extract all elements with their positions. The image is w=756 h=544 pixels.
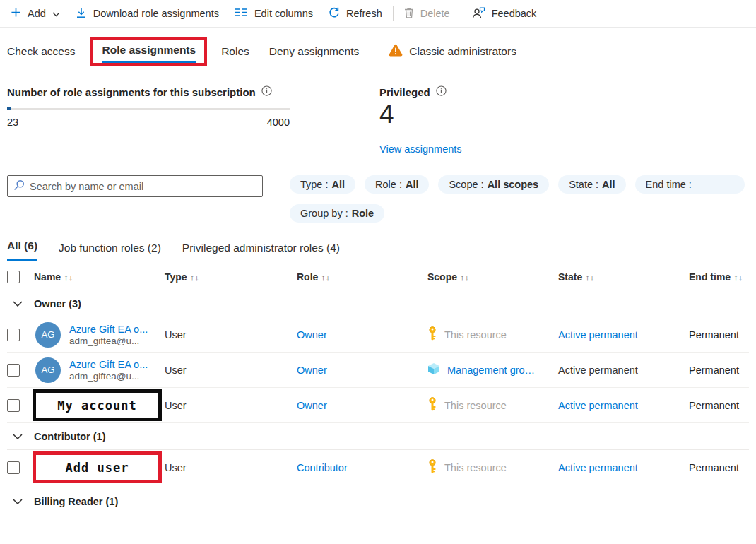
tab-deny-assignments[interactable]: Deny assignments <box>269 38 360 65</box>
feedback-button[interactable]: Feedback <box>464 0 545 27</box>
delete-button[interactable]: Delete <box>396 0 458 27</box>
filter-pill-end-time[interactable]: End time : <box>635 175 745 194</box>
assignments-progress-bar <box>7 107 290 110</box>
column-header-name[interactable]: Name↑↓ <box>34 271 165 283</box>
state-text: Active permanent <box>558 365 689 376</box>
collapse-chevron-icon[interactable] <box>7 434 34 439</box>
toolbar-divider <box>393 6 394 21</box>
group-label: Contributor (1) <box>34 431 105 442</box>
add-button[interactable]: Add <box>3 0 68 27</box>
search-box[interactable] <box>7 175 263 197</box>
progress-track <box>7 108 290 110</box>
pill-label: State : <box>569 179 598 190</box>
role-link[interactable]: Owner <box>297 400 427 411</box>
type-cell: User <box>165 365 297 376</box>
pill-value: Role <box>352 208 374 219</box>
scope-text: This resource <box>444 462 507 473</box>
column-header-state[interactable]: State↑↓ <box>558 271 689 283</box>
scope-link[interactable]: Management gro… <box>447 365 535 376</box>
tab-check-access[interactable]: Check access <box>7 38 75 65</box>
column-header-type[interactable]: Type↑↓ <box>165 271 297 283</box>
pill-value: All <box>602 179 615 190</box>
filter-pill-type[interactable]: Type :All <box>290 175 355 194</box>
assignments-current-value: 23 <box>7 117 18 128</box>
end-time-cell: Permanent <box>689 365 749 376</box>
edit-columns-label: Edit columns <box>254 8 313 19</box>
refresh-icon <box>329 7 340 20</box>
pill-label: Scope : <box>449 179 483 190</box>
principal-name-link[interactable]: Azure Gift EA o... <box>69 324 148 335</box>
classic-administrators-label: Classic administrators <box>409 45 516 58</box>
tab-roles[interactable]: Roles <box>221 38 249 65</box>
feedback-label: Feedback <box>492 8 537 19</box>
sort-icon: ↑↓ <box>321 272 330 283</box>
view-assignments-link[interactable]: View assignments <box>379 143 462 155</box>
delete-label: Delete <box>420 8 450 19</box>
group-label: Owner (3) <box>34 298 81 309</box>
pivot-all[interactable]: All (6) <box>7 240 37 261</box>
filter-pill-state[interactable]: State :All <box>558 175 625 194</box>
filter-section: Type :All Role :All Scope :All scopes St… <box>0 175 756 223</box>
collapse-chevron-icon[interactable] <box>7 301 34 307</box>
pivot-privileged-admin-roles[interactable]: Privileged administrator roles (4) <box>182 242 340 261</box>
state-link[interactable]: Active permanent <box>558 462 689 473</box>
key-icon <box>427 397 437 413</box>
redacted-name-box-my-account[interactable]: My account <box>33 389 162 421</box>
info-icon[interactable] <box>436 85 447 98</box>
role-link[interactable]: Owner <box>297 329 427 341</box>
refresh-label: Refresh <box>346 8 382 19</box>
toolbar-divider <box>461 6 461 21</box>
pill-label: Type : <box>300 179 329 190</box>
table-row: My account User Owner This resource Acti… <box>7 388 749 423</box>
row-checkbox[interactable] <box>7 399 20 412</box>
avatar: AG <box>35 322 61 348</box>
principal-name-link[interactable]: Azure Gift EA o... <box>69 359 148 370</box>
column-header-scope[interactable]: Scope↑↓ <box>427 271 558 283</box>
table-header: Name↑↓ Type↑↓ Role↑↓ Scope↑↓ State↑↓ End… <box>7 264 749 290</box>
column-header-role[interactable]: Role↑↓ <box>297 271 427 283</box>
download-role-assignments-button[interactable]: Download role assignments <box>68 0 227 27</box>
tab-bar: Check access Role assignments Roles Deny… <box>0 37 756 66</box>
annotation-box-add-user[interactable]: Add user <box>33 451 162 483</box>
filter-pill-group-by[interactable]: Group by :Role <box>290 204 384 223</box>
column-header-end-time[interactable]: End time↑↓ <box>689 271 749 283</box>
tab-classic-administrators[interactable]: Classic administrators <box>389 44 516 59</box>
scope-text: This resource <box>444 400 507 411</box>
scope-text: This resource <box>444 329 507 341</box>
collapse-chevron-icon[interactable] <box>7 499 34 504</box>
role-link[interactable]: Owner <box>297 365 427 376</box>
download-icon <box>76 7 87 20</box>
row-checkbox[interactable] <box>7 364 20 377</box>
table-row: AG Azure Gift EA o... adm_giftea@u... Us… <box>7 353 749 388</box>
group-header-owner: Owner (3) <box>7 290 749 317</box>
plus-icon <box>11 7 21 20</box>
edit-columns-button[interactable]: Edit columns <box>227 0 321 27</box>
select-all-checkbox[interactable] <box>7 271 20 283</box>
type-cell: User <box>165 329 297 341</box>
tab-role-assignments[interactable]: Role assignments <box>102 44 196 63</box>
management-group-cube-icon <box>427 362 440 377</box>
search-input[interactable] <box>30 181 256 192</box>
annotation-box-role-assignments[interactable]: Role assignments <box>90 37 207 66</box>
row-checkbox[interactable] <box>7 461 20 474</box>
pill-label: End time : <box>646 179 692 190</box>
filter-pill-role[interactable]: Role :All <box>365 175 429 194</box>
end-time-cell: Permanent <box>689 400 749 411</box>
table-body: Owner (3) AG Azure Gift EA o... adm_gift… <box>7 290 749 515</box>
pill-value: All <box>332 179 345 190</box>
principal-email: adm_giftea@u... <box>69 336 148 346</box>
sort-icon: ↑↓ <box>585 272 594 283</box>
sort-icon: ↑↓ <box>733 272 743 283</box>
state-link[interactable]: Active permanent <box>558 329 689 341</box>
type-cell: User <box>165 400 297 411</box>
filter-pill-scope[interactable]: Scope :All scopes <box>438 175 549 194</box>
privileged-block: Privileged 4 View assignments <box>379 85 462 155</box>
info-icon[interactable] <box>261 85 272 98</box>
role-link[interactable]: Contributor <box>297 462 427 473</box>
refresh-button[interactable]: Refresh <box>321 0 390 27</box>
state-link[interactable]: Active permanent <box>558 400 689 411</box>
row-checkbox[interactable] <box>7 329 20 341</box>
warning-icon <box>389 44 403 59</box>
pivot-job-function-roles[interactable]: Job function roles (2) <box>59 242 161 261</box>
privileged-count: 4 <box>379 100 462 129</box>
